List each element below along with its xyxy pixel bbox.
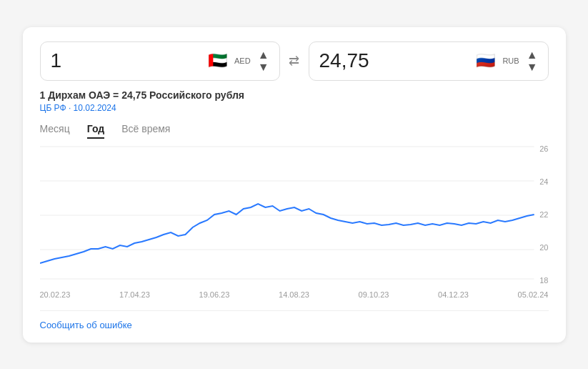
from-stepper[interactable]: ▲ ▼ [258, 49, 269, 73]
x-label-1: 17.04.23 [119, 290, 150, 299]
report-error-link[interactable]: Сообщить об ошибке [40, 320, 132, 330]
y-axis-labels: 26 24 22 20 18 [539, 143, 548, 286]
currency-card: 1 🇦🇪 AED ▲ ▼ ⇄ 24,75 🇷🇺 RUB ▲ ▼ 1 Дирхам [23, 27, 566, 343]
x-axis-labels: 20.02.23 17.04.23 19.06.23 14.08.23 09.1… [40, 290, 549, 299]
x-label-5: 04.12.23 [438, 290, 469, 299]
swap-button[interactable]: ⇄ [280, 53, 309, 69]
source-text: ЦБ РФ · 10.02.2024 [40, 103, 549, 113]
tab-alltime[interactable]: Всё время [121, 123, 170, 139]
to-stepper[interactable]: ▲ ▼ [527, 49, 538, 73]
from-currency-code: AED [234, 56, 251, 65]
to-currency-code: RUB [502, 56, 519, 65]
to-currency-box[interactable]: 24,75 🇷🇺 RUB ▲ ▼ [309, 41, 549, 81]
amount-to: 24,75 [319, 49, 469, 72]
chart-area: 26 24 22 20 18 20.02.23 17.04.23 19.06.2… [40, 143, 549, 300]
x-label-2: 19.06.23 [199, 290, 230, 299]
tab-month[interactable]: Месяц [40, 123, 70, 139]
from-currency-box[interactable]: 1 🇦🇪 AED ▲ ▼ [40, 41, 280, 81]
x-label-4: 09.10.23 [359, 290, 389, 299]
x-label-6: 05.02.24 [518, 290, 549, 299]
y-label-20: 20 [539, 243, 548, 252]
converter-row: 1 🇦🇪 AED ▲ ▼ ⇄ 24,75 🇷🇺 RUB ▲ ▼ [40, 41, 549, 81]
x-label-0: 20.02.23 [40, 290, 71, 299]
rate-text: 1 Дирхам ОАЭ = 24,75 Российского рубля [40, 89, 549, 101]
chart-svg [40, 143, 549, 286]
divider [40, 310, 549, 311]
y-label-24: 24 [539, 177, 548, 186]
y-label-22: 22 [539, 210, 548, 219]
y-label-18: 18 [539, 276, 548, 285]
period-tabs: Месяц Год Всё время [40, 123, 549, 139]
x-label-3: 14.08.23 [279, 290, 309, 299]
tab-year[interactable]: Год [87, 123, 105, 139]
aed-flag: 🇦🇪 [208, 51, 227, 70]
y-label-26: 26 [539, 144, 548, 153]
amount-from: 1 [51, 49, 201, 72]
rub-flag: 🇷🇺 [476, 51, 495, 70]
